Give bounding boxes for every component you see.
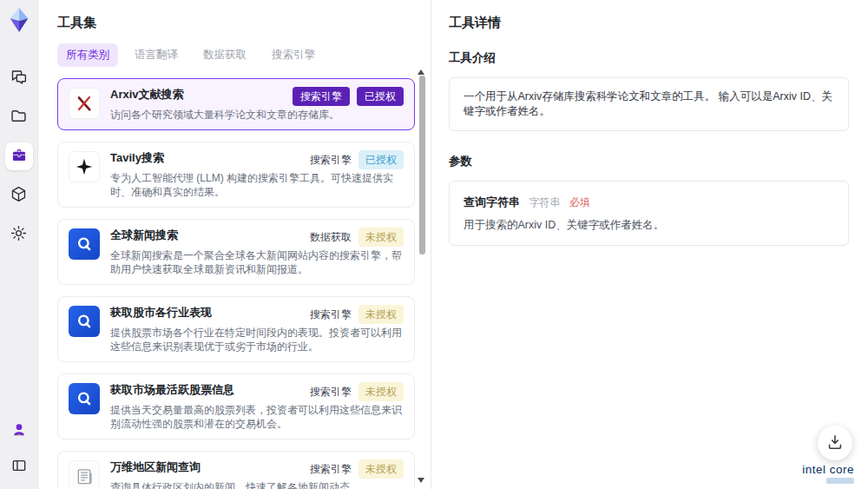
panel-toggle-button[interactable] xyxy=(5,453,33,480)
tool-icon xyxy=(69,228,100,260)
tool-description: 专为人工智能代理 (LLM) 构建的搜索引擎工具。可快速提供实时、准确和真实的结… xyxy=(110,171,404,199)
tool-badges: 搜索引擎 未授权 xyxy=(310,459,404,479)
param-required-badge: 必填 xyxy=(569,196,590,208)
app-root: 工具集 所有类别 语言翻译 数据获取 搜索引擎 xyxy=(0,0,868,489)
tool-name: Tavily搜索 xyxy=(110,150,303,165)
category-badge: 搜索引擎 xyxy=(310,150,352,169)
panel-toggle-icon xyxy=(10,457,28,477)
tool-name: 万维地区新闻查询 xyxy=(110,459,303,474)
scrollbar-up-arrow[interactable] xyxy=(418,69,424,75)
sidebar-item-chat[interactable] xyxy=(5,64,33,92)
tool-detail-panel: 工具详情 工具介绍 一个用于从Arxiv存储库搜索科学论文和文章的工具。 输入可… xyxy=(431,0,868,489)
page-title: 工具集 xyxy=(57,14,431,31)
status-badge: 未授权 xyxy=(358,382,404,401)
category-badge: 搜索引擎 xyxy=(310,382,352,401)
tool-name: 获取市场最活跃股票信息 xyxy=(110,382,303,397)
intro-text: 一个用于从Arxiv存储库搜索科学论文和文章的工具。 输入可以是Arxiv ID… xyxy=(449,77,849,131)
detail-title: 工具详情 xyxy=(449,14,849,31)
tool-card[interactable]: Tavily搜索 搜索引擎 已授权 专为人工智能代理 (LLM) 构建的搜索引擎… xyxy=(57,142,415,208)
briefcase-icon xyxy=(10,147,28,167)
sidebar-item-models[interactable] xyxy=(5,182,33,209)
status-badge: 已授权 xyxy=(357,87,404,106)
tool-icon xyxy=(69,151,100,182)
app-logo-icon[interactable] xyxy=(6,7,32,33)
status-badge: 已授权 xyxy=(358,150,404,169)
category-tabs: 所有类别 语言翻译 数据获取 搜索引擎 xyxy=(57,43,431,67)
tool-card-body: 全球新闻搜索 数据获取 未授权 全球新闻搜索是一个聚合全球各大新闻网站内容的搜索… xyxy=(110,228,404,276)
tool-card[interactable]: Arxiv文献搜索 搜索引擎 已授权 访问各个研究领域大量科学论文和文章的存储库… xyxy=(57,78,415,130)
tool-description: 查询具体行政区划内的新闻，快速了解各地新闻动态 xyxy=(110,480,404,489)
tool-card-body: 万维地区新闻查询 搜索引擎 未授权 查询具体行政区划内的新闻，快速了解各地新闻动… xyxy=(110,459,404,489)
params-box: 查询字符串 字符串 必填 用于搜索的Arxiv ID、关键字或作者姓名。 xyxy=(449,181,849,246)
chat-icon xyxy=(10,68,28,89)
tools-list-panel: 工具集 所有类别 语言翻译 数据获取 搜索引擎 xyxy=(38,0,431,489)
gear-icon xyxy=(10,224,28,245)
tool-description: 提供股票市场各个行业在特定时间段内的表现。投资者可以利用这些信息来识别表现优于或… xyxy=(110,326,404,354)
tool-badges: 数据获取 未授权 xyxy=(310,228,404,247)
tool-icon xyxy=(69,460,100,489)
user-icon xyxy=(10,421,28,441)
intel-sub-badge xyxy=(826,478,854,484)
tool-name: 全球新闻搜索 xyxy=(110,228,303,242)
folder-icon xyxy=(10,107,28,128)
sidebar xyxy=(0,0,38,489)
sidebar-item-settings[interactable] xyxy=(5,221,33,248)
download-icon xyxy=(825,433,845,454)
tool-card-body: Arxiv文献搜索 搜索引擎 已授权 访问各个研究领域大量科学论文和文章的存储库… xyxy=(110,87,404,122)
status-badge: 未授权 xyxy=(358,305,404,324)
sidebar-nav xyxy=(5,64,33,248)
category-tab[interactable]: 数据获取 xyxy=(194,43,255,67)
param-description: 用于搜索的Arxiv ID、关键字或作者姓名。 xyxy=(464,218,834,233)
category-badge: 搜索引擎 xyxy=(310,459,352,479)
sidebar-item-files[interactable] xyxy=(5,103,33,131)
tool-card-body: 获取股市各行业表现 搜索引擎 未授权 提供股票市场各个行业在特定时间段内的表现。… xyxy=(110,305,404,354)
category-tab[interactable]: 所有类别 xyxy=(57,43,118,67)
sidebar-bottom xyxy=(5,417,33,480)
scrollbar-thumb[interactable] xyxy=(419,76,425,254)
param-name: 查询字符串 xyxy=(464,195,520,208)
tool-description: 提供当天交易量最高的股票列表，投资者可以利用这些信息来识别流动性强的股票和潜在的… xyxy=(110,403,404,431)
category-tab[interactable]: 搜索引擎 xyxy=(263,43,324,67)
tool-badges: 搜索引擎 未授权 xyxy=(310,382,404,401)
tool-name: 获取股市各行业表现 xyxy=(110,305,303,320)
tool-card[interactable]: 万维地区新闻查询 搜索引擎 未授权 查询具体行政区划内的新闻，快速了解各地新闻动… xyxy=(57,451,415,489)
tool-icon xyxy=(69,383,100,414)
tool-description: 全球新闻搜索是一个聚合全球各大新闻网站内容的搜索引擎，帮助用户快速获取全球最新资… xyxy=(110,248,404,276)
intel-core-text: intel core xyxy=(802,463,854,476)
scrollbar-down-arrow[interactable] xyxy=(418,478,424,483)
tool-icon xyxy=(69,88,100,119)
status-badge: 未授权 xyxy=(358,459,404,479)
intel-core-logo: intel core xyxy=(802,463,854,484)
tool-card[interactable]: 获取市场最活跃股票信息 搜索引擎 未授权 提供当天交易量最高的股票列表，投资者可… xyxy=(57,373,415,439)
params-heading: 参数 xyxy=(449,154,849,169)
tool-badges: 搜索引擎 已授权 xyxy=(310,150,404,169)
user-avatar-button[interactable] xyxy=(5,417,33,445)
tool-icon xyxy=(69,306,100,337)
param-item: 查询字符串 字符串 必填 用于搜索的Arxiv ID、关键字或作者姓名。 xyxy=(464,194,834,233)
sidebar-item-tools[interactable] xyxy=(5,142,33,170)
tool-card-body: Tavily搜索 搜索引擎 已授权 专为人工智能代理 (LLM) 构建的搜索引擎… xyxy=(110,150,404,199)
tool-card[interactable]: 全球新闻搜索 数据获取 未授权 全球新闻搜索是一个聚合全球各大新闻网站内容的搜索… xyxy=(57,219,415,285)
status-badge: 未授权 xyxy=(358,228,404,247)
download-button[interactable] xyxy=(818,426,852,460)
tool-description: 访问各个研究领域大量科学论文和文章的存储库。 xyxy=(110,108,404,122)
tool-badges: 搜索引擎 未授权 xyxy=(310,305,404,324)
category-badge: 搜索引擎 xyxy=(310,305,352,324)
category-tab[interactable]: 语言翻译 xyxy=(126,43,187,67)
tool-badges: 搜索引擎 已授权 xyxy=(293,87,404,106)
cube-icon xyxy=(10,185,28,206)
param-type: 字符串 xyxy=(529,196,560,208)
intro-heading: 工具介绍 xyxy=(449,50,849,66)
category-badge: 数据获取 xyxy=(310,228,352,247)
category-badge: 搜索引擎 xyxy=(293,87,350,106)
tool-card-body: 获取市场最活跃股票信息 搜索引擎 未授权 提供当天交易量最高的股票列表，投资者可… xyxy=(110,382,404,431)
tool-card[interactable]: 获取股市各行业表现 搜索引擎 未授权 提供股票市场各个行业在特定时间段内的表现。… xyxy=(57,296,415,362)
tool-name: Arxiv文献搜索 xyxy=(110,87,286,102)
tool-card-list: Arxiv文献搜索 搜索引擎 已授权 访问各个研究领域大量科学论文和文章的存储库… xyxy=(57,78,415,489)
